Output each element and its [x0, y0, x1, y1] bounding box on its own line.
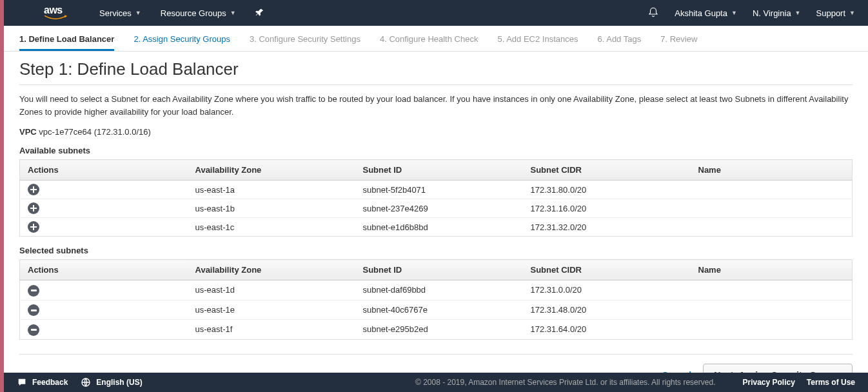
- privacy-link[interactable]: Privacy Policy: [742, 378, 794, 387]
- wizard-tab-7-label: 7. Review: [660, 34, 697, 44]
- wizard-tabs: 1. Define Load Balancer 2. Assign Securi…: [0, 28, 868, 52]
- wizard-tab-5-label: 5. Add EC2 Instances: [497, 34, 578, 44]
- th-name: Name: [691, 260, 853, 280]
- aws-smile-icon: [44, 15, 67, 21]
- aws-logo-text: aws: [44, 5, 63, 15]
- cell-az: us-east-1c: [188, 218, 355, 237]
- remove-subnet-button[interactable]: [28, 285, 39, 297]
- vpc-line: VPC vpc-1e77ce64 (172.31.0.0/16): [19, 127, 853, 137]
- nav-services[interactable]: Services ▼: [99, 8, 141, 18]
- available-subnets-title: Available subnets: [19, 146, 853, 155]
- cell-id: subnet-daf69bbd: [355, 280, 523, 300]
- cell-id: subnet-e1d6b8bd: [355, 218, 523, 237]
- speech-bubble-icon: [17, 377, 27, 387]
- copyright-text: © 2008 - 2019, Amazon Internet Services …: [415, 378, 716, 387]
- cell-id: subnet-40c6767e: [355, 300, 523, 320]
- available-subnets-table: Actions Availability Zone Subnet ID Subn…: [19, 159, 853, 237]
- divider: [19, 84, 853, 85]
- language-selector[interactable]: English (US): [81, 377, 142, 387]
- caret-down-icon: ▼: [230, 10, 236, 16]
- caret-down-icon: ▼: [135, 10, 141, 16]
- th-subnet-id: Subnet ID: [355, 260, 523, 280]
- wizard-tab-2[interactable]: 2. Assign Security Groups: [133, 28, 230, 51]
- nav-account-menu[interactable]: Akshita Gupta ▼: [675, 8, 737, 18]
- globe-icon: [81, 377, 91, 387]
- nav-right: Akshita Gupta ▼ N. Virginia ▼ Support ▼: [647, 6, 855, 20]
- nav-services-label: Services: [99, 8, 132, 18]
- cell-cidr: 172.31.16.0/20: [523, 199, 691, 218]
- th-cidr: Subnet CIDR: [523, 160, 691, 181]
- intro-text: You will need to select a Subnet for eac…: [19, 93, 853, 118]
- add-subnet-button[interactable]: [28, 202, 39, 214]
- cell-az: us-east-1f: [188, 320, 355, 340]
- page-title: Step 1: Define Load Balancer: [19, 59, 853, 79]
- th-actions: Actions: [20, 160, 188, 181]
- cell-az: us-east-1e: [188, 300, 355, 320]
- nav-support-menu[interactable]: Support ▼: [816, 8, 855, 18]
- cell-cidr: 172.31.32.0/20: [523, 218, 691, 237]
- table-row: us-east-1e subnet-40c6767e 172.31.48.0/2…: [20, 300, 853, 320]
- table-row: us-east-1d subnet-daf69bbd 172.31.0.0/20: [20, 280, 853, 300]
- cell-cidr: 172.31.64.0/20: [523, 320, 691, 340]
- add-subnet-button[interactable]: [28, 184, 39, 195]
- wizard-tab-1-label: 1. Define Load Balancer: [19, 34, 114, 44]
- cell-name: [691, 181, 853, 199]
- add-subnet-button[interactable]: [28, 221, 39, 233]
- caret-down-icon: ▼: [795, 10, 801, 16]
- th-actions: Actions: [20, 260, 188, 280]
- feedback-link[interactable]: Feedback: [17, 377, 68, 387]
- terms-link[interactable]: Terms of Use: [807, 378, 855, 387]
- language-label: English (US): [96, 378, 142, 387]
- cell-id: subnet-e295b2ed: [355, 320, 523, 340]
- th-cidr: Subnet CIDR: [523, 260, 691, 280]
- wizard-tab-2-label: 2. Assign Security Groups: [133, 34, 230, 44]
- aws-logo[interactable]: aws: [44, 5, 67, 21]
- cell-az: us-east-1b: [188, 199, 355, 218]
- caret-down-icon: ▼: [849, 10, 855, 16]
- feedback-label: Feedback: [32, 378, 68, 387]
- cell-az: us-east-1d: [188, 280, 355, 300]
- table-row: us-east-1f subnet-e295b2ed 172.31.64.0/2…: [20, 320, 853, 340]
- vpc-label: VPC: [19, 127, 37, 137]
- wizard-tab-3-label: 3. Configure Security Settings: [250, 34, 360, 44]
- cell-cidr: 172.31.0.0/20: [523, 280, 691, 300]
- wizard-footer-buttons: Cancel Next: Assign Security Groups: [19, 354, 853, 373]
- nav-resource-groups[interactable]: Resource Groups ▼: [161, 8, 236, 18]
- nav-account-label: Akshita Gupta: [675, 8, 727, 18]
- wizard-tab-1[interactable]: 1. Define Load Balancer: [19, 28, 114, 51]
- th-name: Name: [691, 160, 853, 181]
- wizard-tab-3[interactable]: 3. Configure Security Settings: [250, 28, 360, 51]
- wizard-tab-6[interactable]: 6. Add Tags: [597, 28, 641, 51]
- cell-az: us-east-1a: [188, 181, 355, 199]
- bottom-bar: Feedback English (US) © 2008 - 2019, Ama…: [4, 373, 868, 392]
- remove-subnet-button[interactable]: [28, 324, 39, 336]
- wizard-tab-5[interactable]: 5. Add EC2 Instances: [497, 28, 578, 51]
- cell-id: subnet-237e4269: [355, 199, 523, 218]
- main-content[interactable]: Step 1: Define Load Balancer You will ne…: [4, 52, 868, 373]
- nav-region-label: N. Virginia: [753, 8, 791, 18]
- th-az: Availability Zone: [188, 160, 355, 181]
- cell-name: [691, 300, 853, 320]
- pin-icon[interactable]: [255, 8, 264, 19]
- th-az: Availability Zone: [188, 260, 355, 280]
- wizard-tab-4-label: 4. Configure Health Check: [380, 34, 478, 44]
- wizard-tab-7[interactable]: 7. Review: [660, 28, 697, 51]
- top-nav: aws Services ▼ Resource Groups ▼ Akshita…: [0, 0, 868, 26]
- cell-id: subnet-5f2b4071: [355, 181, 523, 199]
- cell-name: [691, 280, 853, 300]
- remove-subnet-button[interactable]: [28, 304, 39, 316]
- notifications-icon[interactable]: [647, 6, 659, 20]
- caret-down-icon: ▼: [731, 10, 737, 16]
- wizard-tab-6-label: 6. Add Tags: [597, 34, 641, 44]
- cell-name: [691, 199, 853, 218]
- next-button[interactable]: Next: Assign Security Groups: [703, 364, 853, 373]
- cell-cidr: 172.31.48.0/20: [523, 300, 691, 320]
- selected-subnets-table: Actions Availability Zone Subnet ID Subn…: [19, 259, 853, 340]
- nav-region-menu[interactable]: N. Virginia ▼: [753, 8, 801, 18]
- cell-cidr: 172.31.80.0/20: [523, 181, 691, 199]
- th-subnet-id: Subnet ID: [355, 160, 523, 181]
- table-row: us-east-1c subnet-e1d6b8bd 172.31.32.0/2…: [20, 218, 853, 237]
- nav-support-label: Support: [816, 8, 846, 18]
- wizard-tab-4[interactable]: 4. Configure Health Check: [380, 28, 478, 51]
- nav-resource-groups-label: Resource Groups: [161, 8, 226, 18]
